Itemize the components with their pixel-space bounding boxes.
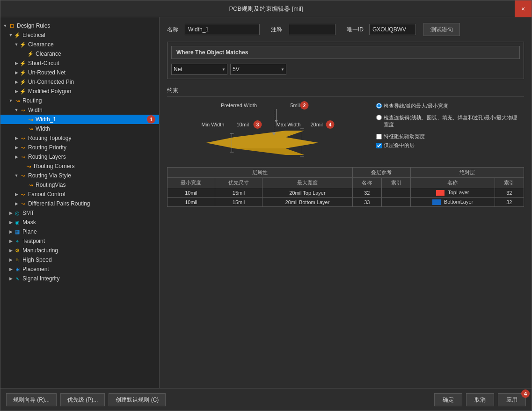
tree-item-mask[interactable]: ▶ ◉ Mask (0, 218, 159, 227)
radio-item-1[interactable]: 检查导线/弧的最大/最小宽度 (376, 103, 522, 110)
tree-item-diff-pairs[interactable]: ▶ ↝ Differential Pairs Routing (0, 199, 159, 208)
tree-item-signal-integrity[interactable]: ▶ ∿ Signal Integrity (0, 274, 159, 283)
tree-item-design-rules[interactable]: ▼ ⊞ Design Rules (0, 21, 159, 30)
tree-label: Fanout Control (28, 191, 65, 198)
tree-label: Manufacturing (22, 247, 58, 254)
tree-item-unconnected-pin[interactable]: ▶ ⚡ Un-Connected Pin (0, 77, 159, 87)
tree-item-placement[interactable]: ▶ ⊞ Placement (0, 264, 159, 274)
svg-marker-9 (234, 148, 305, 155)
radio-input-2[interactable] (376, 115, 382, 120)
checkbox-input-2[interactable] (376, 143, 382, 148)
priority-button[interactable]: 优先级 (P)... (60, 393, 105, 406)
arrow-icon: ▶ (14, 201, 19, 206)
checkbox-input-1[interactable] (376, 134, 382, 139)
tree-item-routing-vias[interactable]: ↝ RoutingVias (0, 180, 159, 190)
main-content: ▼ ⊞ Design Rules ▼ ⚡ Electrical ▼ ⚡ Clea… (0, 17, 532, 388)
arrow-icon: ▶ (14, 70, 19, 75)
col-abs-index-header: 索引 (495, 178, 524, 188)
where-title: Where The Object Matches (171, 46, 520, 59)
tree-item-width1[interactable]: ↝ Width_1 1 (0, 115, 159, 124)
tree-item-plane[interactable]: ▶ ▦ Plane (0, 227, 159, 236)
tree-item-routing[interactable]: ▼ ↝ Routing (0, 96, 159, 105)
arrow-icon: ▼ (14, 108, 19, 112)
tree-item-width[interactable]: ↝ Width (0, 124, 159, 133)
tree-item-high-speed[interactable]: ▶ ≋ High Speed (0, 255, 159, 264)
tree-item-routing-priority[interactable]: ▶ ↝ Routing Priority (0, 143, 159, 152)
tree-item-width-group[interactable]: ▼ ↝ Width (0, 105, 159, 115)
tree-item-clearance-group[interactable]: ▼ ⚡ Clearance (0, 40, 159, 49)
net-select[interactable]: Net Any Custom (171, 64, 227, 75)
tree-item-routing-corners[interactable]: ↝ Routing Corners (0, 161, 159, 171)
arrow-icon: ▼ (8, 33, 14, 37)
tree-item-manufacturing[interactable]: ▶ ⚙ Manufacturing (0, 246, 159, 255)
close-button[interactable]: × (515, 0, 532, 17)
arrow-icon: ▼ (2, 23, 8, 28)
cell-preferred: 15mil (215, 198, 262, 207)
arrow-icon: ▶ (8, 276, 14, 281)
radio-item-2[interactable]: 检查连接铜(线轨、圆弧、填充、焊盘和过孔)最小/最大物理宽度 (376, 114, 522, 128)
checkbox-item-1[interactable]: 特征阻抗驱动宽度 (376, 133, 522, 140)
tree-item-clearance[interactable]: ⚡ Clearance (0, 49, 159, 59)
value-select[interactable]: 5V GND VCC (230, 64, 286, 75)
table-row[interactable]: 10mil 15mil 20mil Bottom Layer 33 Bottom… (168, 198, 524, 207)
tree-item-routing-topology[interactable]: ▶ ↝ Routing Topology (0, 133, 159, 143)
options-panel: 检查导线/弧的最大/最小宽度 检查连接铜(线轨、圆弧、填充、焊盘和过孔)最小/最… (374, 101, 524, 161)
badge-1: 1 (147, 115, 155, 124)
placement-icon: ⊞ (14, 265, 21, 273)
col-abs-name-header: 名称 (411, 178, 495, 188)
rule-wizard-button[interactable]: 规则向导 (R)... (6, 393, 57, 406)
arrow-icon: ▶ (8, 248, 14, 253)
tree-item-testpoint[interactable]: ▶ ⌖ Testpoint (0, 236, 159, 246)
tree-item-short-circuit[interactable]: ▶ ⚡ Short-Circuit (0, 59, 159, 68)
ok-button[interactable]: 确定 (434, 393, 462, 406)
tree-item-electrical[interactable]: ▼ ⚡ Electrical (0, 30, 159, 40)
cell-abs-name: TopLayer (411, 188, 495, 198)
constraint-label: 约束 (167, 85, 524, 97)
tree-item-routing-layers[interactable]: ▶ ↝ Routing Layers (0, 152, 159, 161)
cell-preferred: 15mil (215, 188, 262, 198)
arrow-icon: ▼ (14, 173, 19, 178)
signal-icon: ∿ (14, 275, 21, 282)
route-icon: ↝ (27, 116, 34, 123)
bolt-icon: ⚡ (14, 31, 21, 39)
cell-max-name: 20mil Bottom Layer (262, 198, 352, 207)
dialog-title: PCB规则及约束编辑器 [mil] (229, 5, 303, 13)
tree-item-routing-via-style[interactable]: ▼ ↝ Routing Via Style (0, 171, 159, 180)
tree-item-fanout-control[interactable]: ▶ ↝ Fanout Control (0, 190, 159, 199)
pcb-rules-dialog: PCB规则及约束编辑器 [mil] × ▼ ⊞ Design Rules ▼ ⚡… (0, 0, 532, 411)
id-input[interactable] (369, 24, 416, 35)
lightning-icon: ⚡ (19, 78, 27, 86)
radio-input-1[interactable] (376, 103, 382, 109)
value-select-wrapper[interactable]: 5V GND VCC (230, 64, 286, 75)
cell-ref-index: 33 (352, 198, 381, 207)
svg-text:3: 3 (256, 122, 259, 127)
col-min-header: 最小宽度 (168, 178, 215, 188)
route-icon: ↝ (19, 134, 27, 142)
tree-label: SMT (22, 210, 34, 216)
net-select-wrapper[interactable]: Net Any Custom (171, 64, 227, 75)
tree-label: Width_1 (36, 116, 56, 123)
cancel-button[interactable]: 取消 (466, 393, 494, 406)
tree-label: Un-Routed Net (28, 69, 66, 76)
arrow-icon: ▼ (14, 42, 19, 47)
tree-item-unrouted-net[interactable]: ▶ ⚡ Un-Routed Net (0, 68, 159, 77)
checkbox-item-2[interactable]: 仅层叠中的层 (376, 142, 522, 149)
bottom-layer-color (432, 199, 441, 205)
header-stack-ref: 叠层参考 (352, 168, 411, 178)
tree-label: Testpoint (22, 238, 45, 244)
tree-label: Placement (22, 266, 49, 272)
create-default-button[interactable]: 创建默认规则 (C) (109, 393, 166, 406)
table-row[interactable]: 10mil 15mil 20mil Top Layer 32 TopLayer … (168, 188, 524, 198)
cell-min: 10mil (168, 188, 215, 198)
wire-diagram-svg: Preferred Width 5mil 2 Min Width 10mil (167, 101, 367, 161)
name-input[interactable] (185, 24, 260, 35)
tree-item-modified-polygon[interactable]: ▶ ⚡ Modified Polygon (0, 87, 159, 96)
radio-label-2: 检查连接铜(线轨、圆弧、填充、焊盘和过孔)最小/最大物理宽度 (384, 114, 522, 128)
test-button[interactable]: 测试语句 (423, 23, 460, 36)
tree-item-smt[interactable]: ▶ ◎ SMT (0, 208, 159, 218)
comment-input[interactable] (289, 24, 335, 35)
tree-label: Width (28, 107, 43, 113)
cell-empty (381, 198, 410, 207)
cell-min: 10mil (168, 198, 215, 207)
route-icon: ↝ (19, 144, 27, 151)
